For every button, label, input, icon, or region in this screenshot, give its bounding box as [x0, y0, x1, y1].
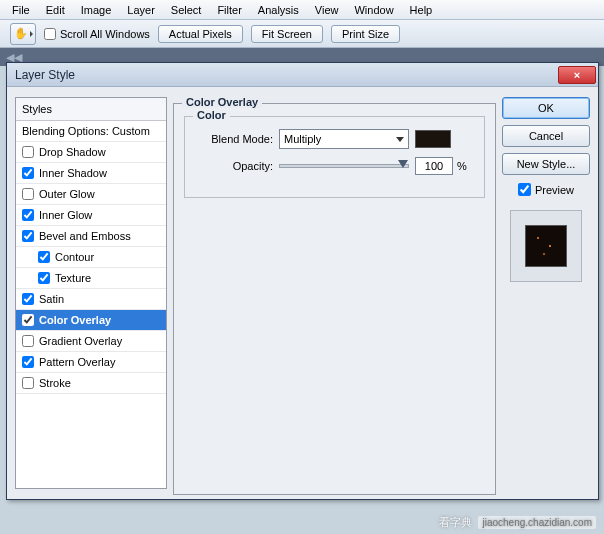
menu-bar: File Edit Image Layer Select Filter Anal… [0, 0, 604, 20]
style-checkbox[interactable] [22, 335, 34, 347]
style-checkbox[interactable] [38, 272, 50, 284]
blend-mode-label: Blend Mode: [195, 133, 273, 145]
style-row-color-overlay[interactable]: Color Overlay [16, 310, 166, 331]
style-checkbox[interactable] [22, 356, 34, 368]
dialog-titlebar: Layer Style × [7, 63, 598, 87]
menu-help[interactable]: Help [402, 1, 441, 19]
styles-list: Styles Blending Options: Custom Drop Sha… [15, 97, 167, 489]
cancel-button[interactable]: Cancel [502, 125, 590, 147]
menu-file[interactable]: File [4, 1, 38, 19]
scroll-all-checkbox-input[interactable] [44, 28, 56, 40]
preview-label: Preview [535, 184, 574, 196]
style-label: Gradient Overlay [39, 335, 122, 347]
style-row-outer-glow[interactable]: Outer Glow [16, 184, 166, 205]
style-row-contour[interactable]: Contour [16, 247, 166, 268]
preview-thumbnail-frame [510, 210, 582, 282]
options-bar: ✋ Scroll All Windows Actual Pixels Fit S… [0, 20, 604, 48]
menu-image[interactable]: Image [73, 1, 120, 19]
opacity-unit: % [457, 160, 467, 172]
style-row-bevel-and-emboss[interactable]: Bevel and Emboss [16, 226, 166, 247]
style-checkbox[interactable] [22, 377, 34, 389]
color-swatch[interactable] [415, 130, 451, 148]
preview-checkbox-input[interactable] [518, 183, 531, 196]
watermark-primary: 看字典 [439, 515, 472, 530]
group-title: Color Overlay [182, 96, 262, 108]
opacity-slider[interactable] [279, 164, 409, 168]
style-label: Inner Shadow [39, 167, 107, 179]
style-checkbox[interactable] [22, 146, 34, 158]
style-checkbox[interactable] [22, 230, 34, 242]
close-icon: × [574, 69, 580, 81]
fit-screen-button[interactable]: Fit Screen [251, 25, 323, 43]
style-checkbox[interactable] [22, 293, 34, 305]
style-row-stroke[interactable]: Stroke [16, 373, 166, 394]
style-row-drop-shadow[interactable]: Drop Shadow [16, 142, 166, 163]
preview-thumbnail [525, 225, 567, 267]
menu-select[interactable]: Select [163, 1, 210, 19]
blending-options-row[interactable]: Blending Options: Custom [16, 121, 166, 142]
color-overlay-group: Color Overlay Color Blend Mode: Multiply… [173, 103, 496, 495]
menu-window[interactable]: Window [346, 1, 401, 19]
styles-header[interactable]: Styles [16, 98, 166, 121]
new-style-button[interactable]: New Style... [502, 153, 590, 175]
menu-view[interactable]: View [307, 1, 347, 19]
style-checkbox[interactable] [22, 167, 34, 179]
style-row-satin[interactable]: Satin [16, 289, 166, 310]
scroll-all-label: Scroll All Windows [60, 28, 150, 40]
menu-edit[interactable]: Edit [38, 1, 73, 19]
scroll-all-windows-checkbox[interactable]: Scroll All Windows [44, 28, 150, 40]
style-label: Texture [55, 272, 91, 284]
close-button[interactable]: × [558, 66, 596, 84]
style-label: Stroke [39, 377, 71, 389]
style-label: Pattern Overlay [39, 356, 115, 368]
style-row-pattern-overlay[interactable]: Pattern Overlay [16, 352, 166, 373]
menu-filter[interactable]: Filter [209, 1, 249, 19]
style-label: Inner Glow [39, 209, 92, 221]
opacity-input[interactable]: 100 [415, 157, 453, 175]
style-label: Satin [39, 293, 64, 305]
style-row-inner-shadow[interactable]: Inner Shadow [16, 163, 166, 184]
dialog-buttons: OK Cancel New Style... Preview [502, 97, 590, 489]
ok-button[interactable]: OK [502, 97, 590, 119]
style-label: Bevel and Emboss [39, 230, 131, 242]
style-label: Outer Glow [39, 188, 95, 200]
inner-group-title: Color [193, 109, 230, 121]
layer-style-dialog: Layer Style × Styles Blending Options: C… [6, 62, 599, 500]
menu-layer[interactable]: Layer [119, 1, 163, 19]
style-label: Color Overlay [39, 314, 111, 326]
color-group: Color Blend Mode: Multiply Opacity: 100 [184, 116, 485, 198]
style-checkbox[interactable] [38, 251, 50, 263]
style-row-texture[interactable]: Texture [16, 268, 166, 289]
style-checkbox[interactable] [22, 209, 34, 221]
hand-tool-icon[interactable]: ✋ [10, 23, 36, 45]
style-row-gradient-overlay[interactable]: Gradient Overlay [16, 331, 166, 352]
print-size-button[interactable]: Print Size [331, 25, 400, 43]
preview-checkbox[interactable]: Preview [502, 183, 590, 196]
hand-icon: ✋ [14, 27, 28, 40]
slider-thumb-icon[interactable] [398, 160, 408, 168]
dialog-title: Layer Style [15, 68, 558, 82]
style-label: Contour [55, 251, 94, 263]
blend-mode-value: Multiply [284, 133, 321, 145]
blend-mode-select[interactable]: Multiply [279, 129, 409, 149]
actual-pixels-button[interactable]: Actual Pixels [158, 25, 243, 43]
style-checkbox[interactable] [22, 188, 34, 200]
dropdown-icon [30, 31, 33, 37]
watermark: 看字典 jiaocheng.chazidian.com [439, 515, 596, 530]
style-row-inner-glow[interactable]: Inner Glow [16, 205, 166, 226]
menu-analysis[interactable]: Analysis [250, 1, 307, 19]
chevron-down-icon [396, 137, 404, 142]
opacity-label: Opacity: [195, 160, 273, 172]
watermark-secondary: jiaocheng.chazidian.com [478, 516, 596, 529]
settings-panel: Color Overlay Color Blend Mode: Multiply… [173, 97, 496, 489]
style-label: Drop Shadow [39, 146, 106, 158]
style-checkbox[interactable] [22, 314, 34, 326]
